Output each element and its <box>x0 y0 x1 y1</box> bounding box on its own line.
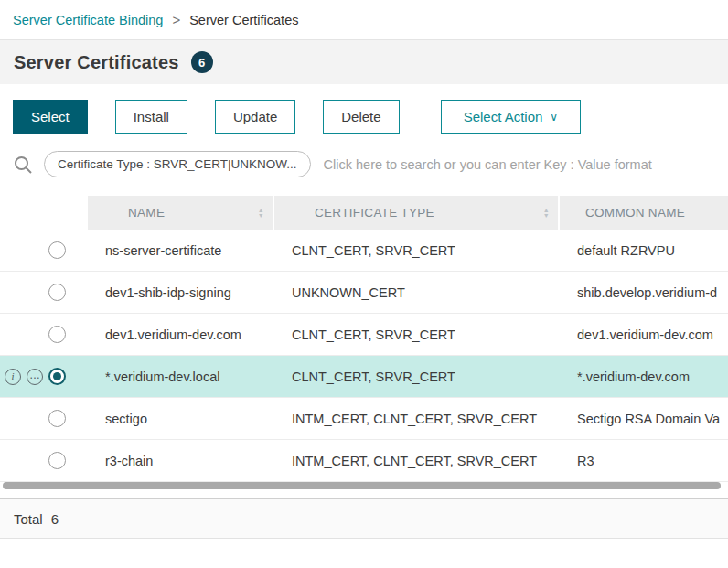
row-controls <box>0 398 88 439</box>
total-label: Total <box>14 511 43 527</box>
certificates-table: NAME ▲▼ CERTIFICATE TYPE ▲▼ COMMON NAME … <box>0 196 728 482</box>
more-actions-icon[interactable]: … <box>27 369 43 385</box>
cell-certificate-type: CLNT_CERT, SRVR_CERT <box>274 370 560 384</box>
cell-common-name: Sectigo RSA Domain Va <box>560 412 728 426</box>
total-value: 6 <box>51 511 59 527</box>
cell-common-name: default RZRVPU <box>560 243 728 258</box>
row-controls <box>0 272 88 313</box>
column-header-certificate-type-label: CERTIFICATE TYPE <box>315 206 434 220</box>
table-row[interactable]: dev1.veridium-dev.com CLNT_CERT, SRVR_CE… <box>0 314 728 356</box>
cell-common-name: R3 <box>560 454 728 468</box>
update-button[interactable]: Update <box>215 100 295 134</box>
table-row[interactable]: i … *.veridium-dev.local CLNT_CERT, SRVR… <box>0 356 728 398</box>
breadcrumb: Server Certificate Binding > Server Cert… <box>0 0 728 40</box>
cell-name: dev1-shib-idp-signing <box>88 285 274 300</box>
select-button[interactable]: Select <box>13 100 88 134</box>
horizontal-scrollbar <box>3 482 725 489</box>
row-controls <box>0 230 88 271</box>
table-row[interactable]: dev1-shib-idp-signing UNKNOWN_CERT shib.… <box>0 272 728 314</box>
radio-button[interactable] <box>48 284 66 301</box>
cell-certificate-type: CLNT_CERT, SRVR_CERT <box>274 327 560 342</box>
page-title: Server Certificates <box>14 52 179 73</box>
cell-name: ns-server-certificate <box>88 243 274 258</box>
table-row[interactable]: r3-chain INTM_CERT, CLNT_CERT, SRVR_CERT… <box>0 440 728 482</box>
row-controls: i … <box>0 356 88 397</box>
row-controls <box>0 314 88 355</box>
server-certificates-page: Server Certificate Binding > Server Cert… <box>0 0 728 539</box>
delete-button[interactable]: Delete <box>323 100 399 134</box>
scrollbar-thumb[interactable] <box>3 482 721 489</box>
table-header: NAME ▲▼ CERTIFICATE TYPE ▲▼ COMMON NAME <box>0 196 728 230</box>
cell-name: r3-chain <box>88 454 274 468</box>
cell-certificate-type: CLNT_CERT, SRVR_CERT <box>274 243 560 258</box>
column-header-name-label: NAME <box>128 206 165 220</box>
radio-button[interactable] <box>48 368 66 385</box>
radio-button[interactable] <box>48 241 66 259</box>
table-row[interactable]: sectigo INTM_CERT, CLNT_CERT, SRVR_CERT … <box>0 398 728 440</box>
table-row[interactable]: ns-server-certificate CLNT_CERT, SRVR_CE… <box>0 230 728 272</box>
breadcrumb-current: Server Certificates <box>189 13 298 27</box>
column-header-name[interactable]: NAME ▲▼ <box>88 196 274 230</box>
column-header-common-name[interactable]: COMMON NAME <box>560 196 728 230</box>
column-header-common-name-label: COMMON NAME <box>585 206 685 220</box>
column-header-spacer <box>0 196 88 230</box>
table-footer: Total 6 <box>0 498 728 539</box>
cell-certificate-type: INTM_CERT, CLNT_CERT, SRVR_CERT <box>274 454 560 468</box>
sort-icon: ▲▼ <box>258 208 264 219</box>
search-icon <box>13 155 33 175</box>
radio-button[interactable] <box>48 326 66 343</box>
select-action-button[interactable]: Select Action ∨ <box>441 100 582 134</box>
toolbar: Select Install Update Delete Select Acti… <box>0 84 728 149</box>
breadcrumb-link-server-certificate-binding[interactable]: Server Certificate Binding <box>13 13 163 27</box>
chevron-down-icon: ∨ <box>550 111 558 123</box>
cell-name: sectigo <box>88 412 274 426</box>
column-header-certificate-type[interactable]: CERTIFICATE TYPE ▲▼ <box>274 196 560 230</box>
select-action-label: Select Action <box>464 109 543 124</box>
cell-common-name: *.veridium-dev.com <box>560 370 728 384</box>
breadcrumb-separator-icon: > <box>172 12 180 27</box>
search-bar: Certificate Type : SRVR_CERT|UNKNOW... <box>0 149 728 188</box>
radio-button[interactable] <box>48 410 66 427</box>
info-icon[interactable]: i <box>5 369 21 385</box>
row-controls <box>0 440 88 481</box>
cell-common-name: shib.develop.veridium-d <box>560 285 728 300</box>
search-input[interactable] <box>322 156 715 173</box>
install-button[interactable]: Install <box>115 100 187 134</box>
radio-button[interactable] <box>48 452 66 469</box>
count-badge: 6 <box>191 51 213 73</box>
cell-certificate-type: UNKNOWN_CERT <box>274 285 560 300</box>
cell-certificate-type: INTM_CERT, CLNT_CERT, SRVR_CERT <box>274 412 560 426</box>
cell-common-name: dev1.veridium-dev.com <box>560 327 728 342</box>
sort-icon: ▲▼ <box>543 208 550 219</box>
cell-name: dev1.veridium-dev.com <box>88 327 274 342</box>
filter-chip-certificate-type[interactable]: Certificate Type : SRVR_CERT|UNKNOW... <box>44 151 311 177</box>
title-bar: Server Certificates 6 <box>0 40 728 84</box>
cell-name: *.veridium-dev.local <box>88 370 274 384</box>
